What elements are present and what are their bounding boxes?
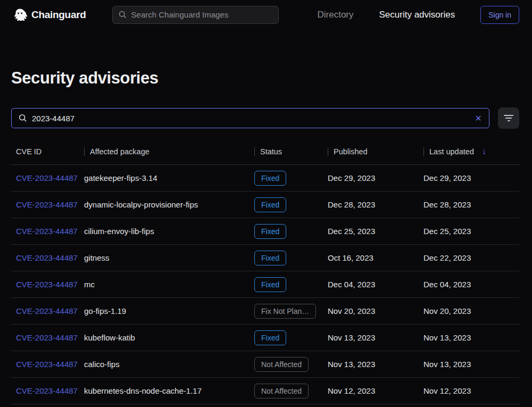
- column-separator: [423, 147, 424, 156]
- cve-link[interactable]: CVE-2023-44487: [16, 306, 78, 315]
- filter-icon: [504, 115, 513, 121]
- nav-link-security-advisories[interactable]: Security advisories: [379, 10, 455, 20]
- sign-in-button[interactable]: Sign in: [480, 6, 519, 24]
- status-badge: Fixed: [254, 224, 286, 239]
- global-search-input[interactable]: [131, 10, 273, 19]
- table-row: CVE-2023-44487 dynamic-localpv-provision…: [11, 192, 519, 218]
- table-row: CVE-2023-44487 calico-fips Not Affected …: [11, 351, 519, 378]
- column-separator: [84, 147, 85, 156]
- chainguard-logo[interactable]: Chainguard: [13, 7, 86, 22]
- published-date: Dec 29, 2023: [328, 173, 375, 182]
- table-row: CVE-2023-44487 go-fips-1.19 Fix Not Plan…: [11, 298, 519, 325]
- octopus-logo-icon: [13, 7, 27, 22]
- top-navbar: Chainguard Directory Security advisories…: [0, 0, 532, 29]
- package-name: calico-fips: [84, 360, 120, 369]
- column-header-affected-package[interactable]: Affected package: [84, 147, 254, 156]
- cve-link[interactable]: CVE-2023-44487: [16, 227, 78, 236]
- package-name: cilium-envoy-lib-fips: [84, 227, 154, 236]
- status-badge: Not Affected: [254, 384, 309, 398]
- published-date: Dec 25, 2023: [328, 227, 375, 236]
- advisory-search-row: ×: [11, 107, 519, 129]
- last-updated-date: Dec 04, 2023: [423, 280, 471, 289]
- advisory-search-input[interactable]: [32, 114, 470, 123]
- table-row: CVE-2023-44487 kubeflow-katib Fixed Nov …: [11, 325, 519, 351]
- last-updated-date: Nov 13, 2023: [423, 360, 471, 369]
- filter-button[interactable]: [498, 107, 519, 129]
- table-row: CVE-2023-44487 kubernetes-dns-node-cache…: [11, 378, 519, 404]
- last-updated-date: Nov 20, 2023: [423, 306, 471, 315]
- status-badge: Fix Not Plan…: [254, 304, 316, 319]
- cve-link[interactable]: CVE-2023-44487: [16, 253, 78, 262]
- table-header-row: CVE ID Affected package Status Published…: [11, 138, 519, 165]
- package-name: dynamic-localpv-provisioner-fips: [84, 200, 198, 209]
- last-updated-date: Dec 29, 2023: [423, 173, 471, 182]
- cve-link[interactable]: CVE-2023-44487: [16, 280, 78, 289]
- table-row: CVE-2023-44487 mc Fixed Dec 04, 2023 Dec…: [11, 271, 519, 298]
- status-badge: Fixed: [254, 330, 286, 345]
- status-badge: Not Affected: [254, 357, 309, 372]
- last-updated-date: Dec 22, 2023: [423, 253, 471, 262]
- published-date: Nov 20, 2023: [328, 306, 375, 315]
- column-separator: [328, 147, 328, 156]
- published-date: Nov 13, 2023: [328, 360, 375, 369]
- column-header-last-updated[interactable]: Last updated ↓: [423, 146, 519, 157]
- last-updated-date: Dec 28, 2023: [423, 200, 471, 209]
- status-badge: Fixed: [254, 251, 286, 265]
- global-search: [112, 6, 279, 24]
- search-icon: [118, 10, 127, 19]
- column-header-status[interactable]: Status: [254, 147, 328, 156]
- column-header-cve-id[interactable]: CVE ID: [11, 147, 84, 156]
- search-icon: [18, 113, 28, 123]
- advisories-table: CVE ID Affected package Status Published…: [11, 138, 519, 404]
- published-date: Dec 04, 2023: [328, 280, 375, 289]
- sort-descending-icon[interactable]: ↓: [482, 146, 487, 157]
- table-row: CVE-2023-44487 gitness Fixed Oct 16, 202…: [11, 245, 519, 271]
- published-date: Nov 12, 2023: [328, 386, 375, 395]
- clear-search-button[interactable]: ×: [474, 113, 483, 123]
- package-name: gitness: [84, 253, 110, 262]
- main-content: Security advisories × CVE ID: [0, 69, 532, 404]
- advisory-rows: CVE-2023-44487 gatekeeper-fips-3.14 Fixe…: [11, 165, 519, 404]
- cve-link[interactable]: CVE-2023-44487: [16, 173, 78, 182]
- cve-link[interactable]: CVE-2023-44487: [16, 360, 78, 369]
- page-title: Security advisories: [11, 69, 519, 88]
- package-name: go-fips-1.19: [84, 306, 126, 315]
- table-row: CVE-2023-44487 cilium-envoy-lib-fips Fix…: [11, 218, 519, 245]
- last-updated-date: Dec 25, 2023: [423, 227, 471, 236]
- column-header-published[interactable]: Published: [328, 147, 423, 156]
- last-updated-date: Nov 12, 2023: [423, 386, 471, 395]
- cve-link[interactable]: CVE-2023-44487: [16, 386, 78, 395]
- package-name: kubernetes-dns-node-cache-1.17: [84, 386, 202, 395]
- advisory-search-box: ×: [11, 108, 489, 128]
- nav-link-directory[interactable]: Directory: [318, 10, 354, 20]
- package-name: mc: [84, 280, 95, 289]
- brand-name: Chainguard: [31, 9, 86, 21]
- status-badge: Fixed: [254, 171, 286, 186]
- cve-link[interactable]: CVE-2023-44487: [16, 200, 78, 209]
- cve-link[interactable]: CVE-2023-44487: [16, 333, 78, 342]
- column-separator: [254, 147, 255, 156]
- package-name: gatekeeper-fips-3.14: [84, 173, 157, 182]
- status-badge: Fixed: [254, 277, 286, 292]
- last-updated-date: Nov 13, 2023: [423, 333, 471, 342]
- nav-links: Directory Security advisories: [318, 10, 455, 20]
- published-date: Dec 28, 2023: [328, 200, 375, 209]
- published-date: Oct 16, 2023: [328, 253, 373, 262]
- status-badge: Fixed: [254, 197, 286, 212]
- package-name: kubeflow-katib: [84, 333, 135, 342]
- table-row: CVE-2023-44487 gatekeeper-fips-3.14 Fixe…: [11, 165, 519, 192]
- published-date: Nov 13, 2023: [328, 333, 375, 342]
